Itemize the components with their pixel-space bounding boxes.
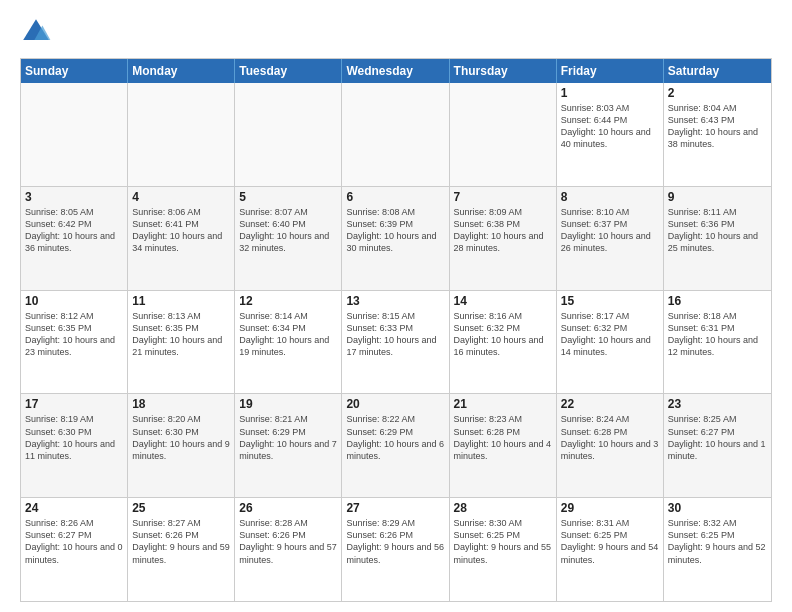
day-number: 29 (561, 501, 659, 515)
day-number: 22 (561, 397, 659, 411)
calendar-row-3: 17Sunrise: 8:19 AM Sunset: 6:30 PM Dayli… (21, 393, 771, 497)
day-number: 14 (454, 294, 552, 308)
day-number: 24 (25, 501, 123, 515)
day-number: 28 (454, 501, 552, 515)
day-info: Sunrise: 8:24 AM Sunset: 6:28 PM Dayligh… (561, 413, 659, 462)
calendar-cell: 21Sunrise: 8:23 AM Sunset: 6:28 PM Dayli… (450, 394, 557, 497)
day-info: Sunrise: 8:06 AM Sunset: 6:41 PM Dayligh… (132, 206, 230, 255)
calendar-cell: 4Sunrise: 8:06 AM Sunset: 6:41 PM Daylig… (128, 187, 235, 290)
day-info: Sunrise: 8:31 AM Sunset: 6:25 PM Dayligh… (561, 517, 659, 566)
calendar-cell: 6Sunrise: 8:08 AM Sunset: 6:39 PM Daylig… (342, 187, 449, 290)
calendar-cell (342, 83, 449, 186)
day-info: Sunrise: 8:14 AM Sunset: 6:34 PM Dayligh… (239, 310, 337, 359)
day-number: 5 (239, 190, 337, 204)
calendar-cell: 19Sunrise: 8:21 AM Sunset: 6:29 PM Dayli… (235, 394, 342, 497)
day-info: Sunrise: 8:17 AM Sunset: 6:32 PM Dayligh… (561, 310, 659, 359)
calendar-cell: 3Sunrise: 8:05 AM Sunset: 6:42 PM Daylig… (21, 187, 128, 290)
day-info: Sunrise: 8:18 AM Sunset: 6:31 PM Dayligh… (668, 310, 767, 359)
page: SundayMondayTuesdayWednesdayThursdayFrid… (0, 0, 792, 612)
header-day-wednesday: Wednesday (342, 59, 449, 83)
day-number: 26 (239, 501, 337, 515)
day-info: Sunrise: 8:10 AM Sunset: 6:37 PM Dayligh… (561, 206, 659, 255)
calendar-cell: 11Sunrise: 8:13 AM Sunset: 6:35 PM Dayli… (128, 291, 235, 394)
day-number: 13 (346, 294, 444, 308)
day-number: 11 (132, 294, 230, 308)
day-info: Sunrise: 8:19 AM Sunset: 6:30 PM Dayligh… (25, 413, 123, 462)
calendar-cell: 1Sunrise: 8:03 AM Sunset: 6:44 PM Daylig… (557, 83, 664, 186)
calendar-cell: 22Sunrise: 8:24 AM Sunset: 6:28 PM Dayli… (557, 394, 664, 497)
day-info: Sunrise: 8:28 AM Sunset: 6:26 PM Dayligh… (239, 517, 337, 566)
day-info: Sunrise: 8:25 AM Sunset: 6:27 PM Dayligh… (668, 413, 767, 462)
day-number: 12 (239, 294, 337, 308)
day-number: 7 (454, 190, 552, 204)
day-info: Sunrise: 8:07 AM Sunset: 6:40 PM Dayligh… (239, 206, 337, 255)
day-info: Sunrise: 8:15 AM Sunset: 6:33 PM Dayligh… (346, 310, 444, 359)
day-number: 6 (346, 190, 444, 204)
calendar-cell (128, 83, 235, 186)
day-info: Sunrise: 8:04 AM Sunset: 6:43 PM Dayligh… (668, 102, 767, 151)
day-number: 30 (668, 501, 767, 515)
day-number: 15 (561, 294, 659, 308)
calendar-cell (235, 83, 342, 186)
calendar-cell: 7Sunrise: 8:09 AM Sunset: 6:38 PM Daylig… (450, 187, 557, 290)
logo-icon (20, 16, 52, 48)
logo (20, 16, 56, 48)
calendar-cell: 27Sunrise: 8:29 AM Sunset: 6:26 PM Dayli… (342, 498, 449, 601)
day-number: 16 (668, 294, 767, 308)
day-info: Sunrise: 8:08 AM Sunset: 6:39 PM Dayligh… (346, 206, 444, 255)
calendar-cell: 2Sunrise: 8:04 AM Sunset: 6:43 PM Daylig… (664, 83, 771, 186)
day-info: Sunrise: 8:30 AM Sunset: 6:25 PM Dayligh… (454, 517, 552, 566)
day-number: 8 (561, 190, 659, 204)
day-info: Sunrise: 8:27 AM Sunset: 6:26 PM Dayligh… (132, 517, 230, 566)
calendar-cell: 17Sunrise: 8:19 AM Sunset: 6:30 PM Dayli… (21, 394, 128, 497)
header-day-thursday: Thursday (450, 59, 557, 83)
day-number: 20 (346, 397, 444, 411)
calendar-cell (21, 83, 128, 186)
calendar-cell: 9Sunrise: 8:11 AM Sunset: 6:36 PM Daylig… (664, 187, 771, 290)
header-day-sunday: Sunday (21, 59, 128, 83)
day-info: Sunrise: 8:32 AM Sunset: 6:25 PM Dayligh… (668, 517, 767, 566)
day-number: 2 (668, 86, 767, 100)
calendar-cell: 24Sunrise: 8:26 AM Sunset: 6:27 PM Dayli… (21, 498, 128, 601)
calendar-cell: 8Sunrise: 8:10 AM Sunset: 6:37 PM Daylig… (557, 187, 664, 290)
calendar-cell: 14Sunrise: 8:16 AM Sunset: 6:32 PM Dayli… (450, 291, 557, 394)
day-number: 10 (25, 294, 123, 308)
calendar-cell: 20Sunrise: 8:22 AM Sunset: 6:29 PM Dayli… (342, 394, 449, 497)
calendar-body: 1Sunrise: 8:03 AM Sunset: 6:44 PM Daylig… (21, 83, 771, 601)
day-info: Sunrise: 8:21 AM Sunset: 6:29 PM Dayligh… (239, 413, 337, 462)
day-info: Sunrise: 8:22 AM Sunset: 6:29 PM Dayligh… (346, 413, 444, 462)
day-info: Sunrise: 8:05 AM Sunset: 6:42 PM Dayligh… (25, 206, 123, 255)
calendar-cell: 12Sunrise: 8:14 AM Sunset: 6:34 PM Dayli… (235, 291, 342, 394)
calendar-cell: 30Sunrise: 8:32 AM Sunset: 6:25 PM Dayli… (664, 498, 771, 601)
day-info: Sunrise: 8:13 AM Sunset: 6:35 PM Dayligh… (132, 310, 230, 359)
day-info: Sunrise: 8:23 AM Sunset: 6:28 PM Dayligh… (454, 413, 552, 462)
day-info: Sunrise: 8:12 AM Sunset: 6:35 PM Dayligh… (25, 310, 123, 359)
calendar-cell: 5Sunrise: 8:07 AM Sunset: 6:40 PM Daylig… (235, 187, 342, 290)
calendar-cell: 18Sunrise: 8:20 AM Sunset: 6:30 PM Dayli… (128, 394, 235, 497)
calendar-cell: 10Sunrise: 8:12 AM Sunset: 6:35 PM Dayli… (21, 291, 128, 394)
header (20, 16, 772, 48)
calendar-cell: 16Sunrise: 8:18 AM Sunset: 6:31 PM Dayli… (664, 291, 771, 394)
day-info: Sunrise: 8:09 AM Sunset: 6:38 PM Dayligh… (454, 206, 552, 255)
calendar-cell: 13Sunrise: 8:15 AM Sunset: 6:33 PM Dayli… (342, 291, 449, 394)
calendar-row-0: 1Sunrise: 8:03 AM Sunset: 6:44 PM Daylig… (21, 83, 771, 186)
header-day-saturday: Saturday (664, 59, 771, 83)
day-number: 18 (132, 397, 230, 411)
calendar-cell (450, 83, 557, 186)
day-info: Sunrise: 8:20 AM Sunset: 6:30 PM Dayligh… (132, 413, 230, 462)
header-day-friday: Friday (557, 59, 664, 83)
day-number: 23 (668, 397, 767, 411)
calendar-row-1: 3Sunrise: 8:05 AM Sunset: 6:42 PM Daylig… (21, 186, 771, 290)
calendar: SundayMondayTuesdayWednesdayThursdayFrid… (20, 58, 772, 602)
day-number: 17 (25, 397, 123, 411)
day-number: 21 (454, 397, 552, 411)
day-number: 4 (132, 190, 230, 204)
calendar-cell: 25Sunrise: 8:27 AM Sunset: 6:26 PM Dayli… (128, 498, 235, 601)
day-number: 1 (561, 86, 659, 100)
calendar-cell: 15Sunrise: 8:17 AM Sunset: 6:32 PM Dayli… (557, 291, 664, 394)
day-info: Sunrise: 8:11 AM Sunset: 6:36 PM Dayligh… (668, 206, 767, 255)
day-number: 27 (346, 501, 444, 515)
day-info: Sunrise: 8:03 AM Sunset: 6:44 PM Dayligh… (561, 102, 659, 151)
calendar-cell: 29Sunrise: 8:31 AM Sunset: 6:25 PM Dayli… (557, 498, 664, 601)
day-number: 9 (668, 190, 767, 204)
